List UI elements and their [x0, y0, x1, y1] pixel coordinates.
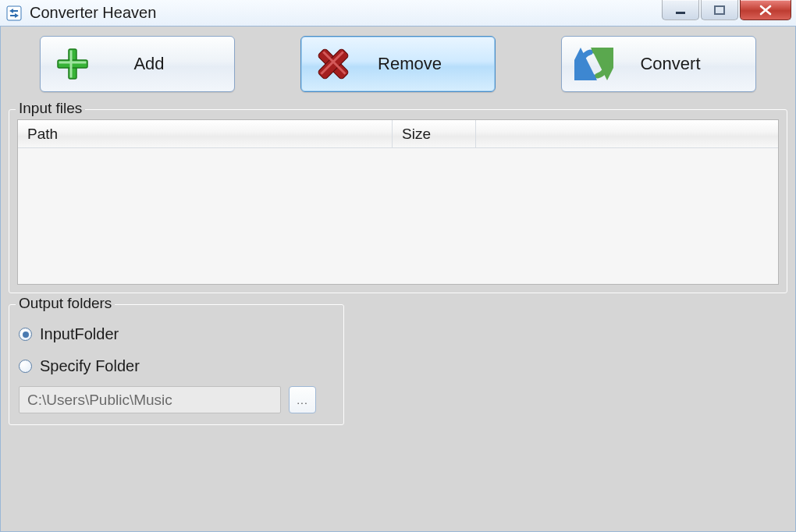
minimize-button[interactable]: [662, 0, 699, 20]
browse-button[interactable]: ...: [289, 386, 316, 413]
add-button-label: Add: [92, 54, 222, 74]
convert-button[interactable]: Convert: [561, 36, 756, 92]
radio-input-folder-input[interactable]: [19, 328, 32, 341]
column-filler: [476, 120, 778, 148]
radio-input-folder-label: InputFolder: [40, 325, 119, 343]
folder-path-row: ...: [19, 386, 334, 413]
remove-button-label: Remove: [353, 54, 482, 74]
window-title: Converter Heaven: [30, 4, 156, 22]
listview-body[interactable]: [18, 148, 778, 284]
add-button[interactable]: Add: [40, 36, 235, 92]
listview-header: Path Size: [18, 120, 778, 148]
toolbar: Add Remove: [9, 34, 787, 103]
svg-rect-4: [715, 6, 724, 14]
svg-rect-7: [70, 51, 73, 78]
maximize-button[interactable]: [701, 0, 738, 20]
column-size[interactable]: Size: [393, 120, 476, 148]
convert-button-label: Convert: [613, 54, 743, 74]
plus-icon: [53, 44, 92, 83]
titlebar: Converter Heaven: [0, 0, 796, 27]
radio-specify-folder[interactable]: Specify Folder: [19, 357, 334, 375]
svg-rect-3: [676, 12, 685, 14]
output-folders-group: Output folders InputFolder Specify Folde…: [9, 304, 344, 425]
close-button[interactable]: [740, 0, 791, 20]
window-controls: [660, 0, 791, 20]
x-icon: [314, 44, 353, 83]
svg-rect-0: [7, 6, 21, 20]
input-files-listview[interactable]: Path Size: [17, 119, 779, 285]
radio-specify-folder-input[interactable]: [19, 360, 32, 373]
app-icon: [6, 5, 22, 21]
column-path[interactable]: Path: [18, 120, 393, 148]
folder-path-input[interactable]: [19, 386, 281, 413]
svg-rect-8: [59, 62, 87, 64]
svg-rect-2: [10, 15, 15, 16]
output-folders-legend: Output folders: [16, 295, 115, 312]
radio-specify-folder-label: Specify Folder: [40, 357, 140, 375]
input-files-legend: Input files: [16, 100, 85, 117]
radio-input-folder[interactable]: InputFolder: [19, 325, 334, 343]
refresh-icon: [574, 44, 613, 83]
svg-rect-1: [13, 10, 18, 12]
remove-button[interactable]: Remove: [300, 36, 496, 92]
input-files-group: Input files Path Size: [9, 109, 787, 293]
client-area: Add Remove: [0, 27, 796, 532]
